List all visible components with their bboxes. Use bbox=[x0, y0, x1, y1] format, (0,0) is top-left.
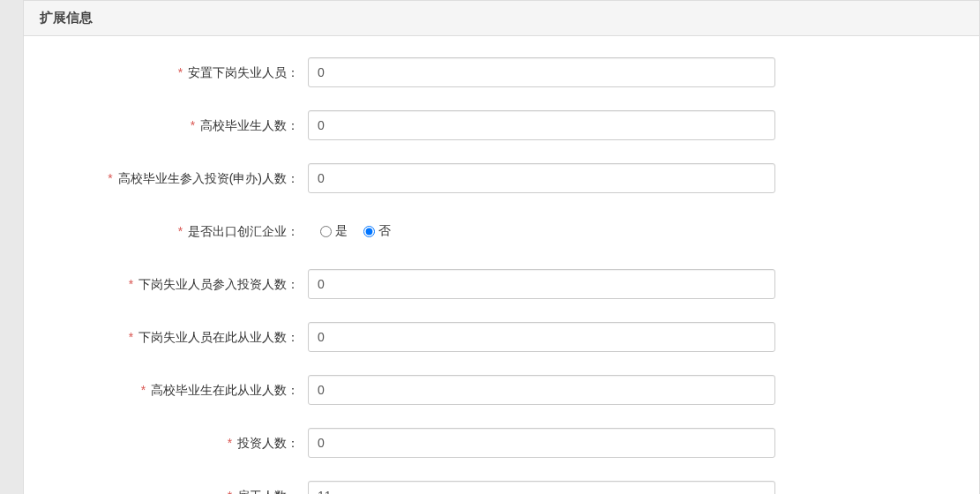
label-export-enterprise: * 是否出口创汇企业： bbox=[24, 222, 308, 241]
label-laid-off-employed: * 下岗失业人员在此从业人数： bbox=[24, 328, 308, 347]
radio-item-no[interactable]: 否 bbox=[363, 223, 391, 239]
input-graduates-employed[interactable] bbox=[308, 375, 775, 405]
radio-label-yes: 是 bbox=[335, 223, 348, 239]
control-wrap bbox=[308, 481, 775, 494]
label-graduates-count: * 高校毕业生人数： bbox=[24, 116, 308, 135]
form-row-export-enterprise: * 是否出口创汇企业： 是 否 bbox=[24, 216, 979, 246]
label-laid-off-investors: * 下岗失业人员参入投资人数： bbox=[24, 275, 308, 294]
radio-label-no: 否 bbox=[378, 223, 391, 239]
label-investor-count: * 投资人数： bbox=[24, 434, 308, 453]
control-wrap: 是 否 bbox=[308, 223, 391, 239]
control-wrap bbox=[308, 322, 775, 352]
form-row-laid-off-employed: * 下岗失业人员在此从业人数： bbox=[24, 322, 979, 352]
form-row-laid-off-placement: * 安置下岗失业人员： bbox=[24, 57, 979, 87]
control-wrap bbox=[308, 428, 775, 458]
control-wrap bbox=[308, 57, 775, 87]
label-text: 下岗失业人员参入投资人数： bbox=[138, 277, 299, 291]
form-row-graduates-investors: * 高校毕业生参入投资(申办)人数： bbox=[24, 163, 979, 193]
form-row-graduates-count: * 高校毕业生人数： bbox=[24, 110, 979, 140]
required-star-icon: * bbox=[129, 277, 133, 291]
form-row-graduates-employed: * 高校毕业生在此从业人数： bbox=[24, 375, 979, 405]
form-row-employee-count: * 雇工人数： bbox=[24, 481, 979, 494]
label-text: 高校毕业生人数： bbox=[200, 118, 299, 132]
control-wrap bbox=[308, 375, 775, 405]
label-text: 高校毕业生在此从业人数： bbox=[151, 383, 299, 397]
label-graduates-investors: * 高校毕业生参入投资(申办)人数： bbox=[24, 169, 308, 188]
radio-group-export: 是 否 bbox=[308, 223, 391, 239]
label-text: 雇工人数： bbox=[237, 489, 299, 495]
label-text: 是否出口创汇企业： bbox=[188, 224, 299, 238]
section-header-extension-info: 扩展信息 bbox=[24, 0, 979, 36]
control-wrap bbox=[308, 163, 775, 193]
form-body: * 安置下岗失业人员： * 高校毕业生人数： * 高 bbox=[24, 36, 979, 494]
radio-export-no[interactable] bbox=[363, 226, 375, 237]
required-star-icon: * bbox=[129, 330, 133, 344]
input-investor-count[interactable] bbox=[308, 428, 775, 458]
required-star-icon: * bbox=[191, 118, 195, 132]
required-star-icon: * bbox=[228, 436, 232, 450]
label-graduates-employed: * 高校毕业生在此从业人数： bbox=[24, 381, 308, 400]
required-star-icon: * bbox=[108, 171, 112, 185]
page-background: 扩展信息 * 安置下岗失业人员： * 高校毕业生人数： bbox=[0, 0, 980, 494]
radio-export-yes[interactable] bbox=[320, 226, 332, 237]
control-wrap bbox=[308, 269, 775, 299]
required-star-icon: * bbox=[178, 224, 183, 238]
form-row-laid-off-investors: * 下岗失业人员参入投资人数： bbox=[24, 269, 979, 299]
label-text: 高校毕业生参入投资(申办)人数： bbox=[118, 171, 299, 185]
label-text: 下岗失业人员在此从业人数： bbox=[138, 330, 299, 344]
radio-item-yes[interactable]: 是 bbox=[320, 223, 348, 239]
input-laid-off-investors[interactable] bbox=[308, 269, 775, 299]
control-wrap bbox=[308, 110, 775, 140]
input-laid-off-employed[interactable] bbox=[308, 322, 775, 352]
required-star-icon: * bbox=[228, 489, 232, 495]
label-text: 安置下岗失业人员： bbox=[188, 65, 299, 79]
required-star-icon: * bbox=[141, 383, 146, 397]
form-row-investor-count: * 投资人数： bbox=[24, 428, 979, 458]
required-star-icon: * bbox=[178, 65, 183, 79]
label-employee-count: * 雇工人数： bbox=[24, 487, 308, 495]
label-text: 投资人数： bbox=[237, 436, 299, 450]
label-laid-off-placement: * 安置下岗失业人员： bbox=[24, 64, 308, 82]
input-employee-count[interactable] bbox=[308, 481, 775, 494]
input-laid-off-placement[interactable] bbox=[308, 57, 775, 87]
form-panel: 扩展信息 * 安置下岗失业人员： * 高校毕业生人数： bbox=[23, 0, 980, 494]
input-graduates-investors[interactable] bbox=[308, 163, 775, 193]
input-graduates-count[interactable] bbox=[308, 110, 775, 140]
